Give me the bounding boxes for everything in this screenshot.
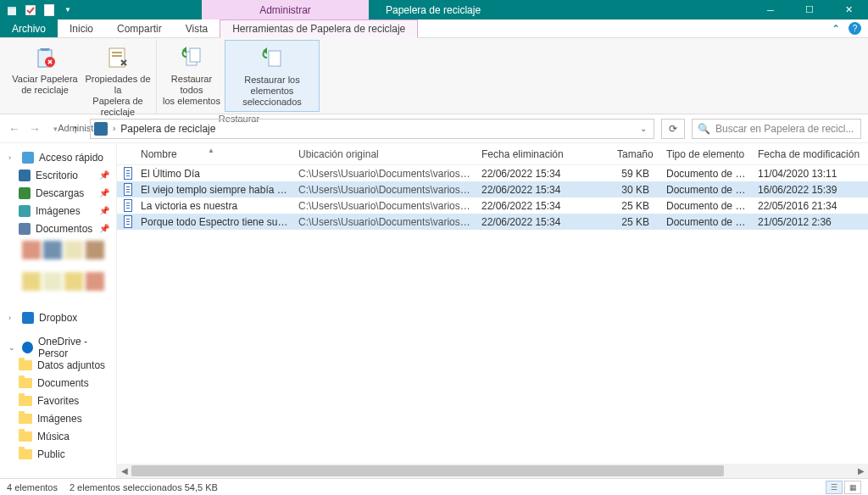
window-controls: ─ ☐ ✕: [751, 0, 868, 19]
column-headers: ▲ Nombre Ubicación original Fecha elimin…: [117, 143, 868, 165]
scroll-thumb[interactable]: [131, 465, 724, 476]
sidebar-item-label: Imágenes: [36, 205, 81, 217]
status-item-count: 4 elementos: [7, 482, 58, 492]
scroll-left-button[interactable]: ◀: [117, 466, 131, 476]
ribbon-group-admin: Vaciar Papelera de reciclaje Propiedades…: [7, 40, 157, 114]
sidebar-item-label: Favorites: [37, 395, 79, 407]
cell-date-deleted: 22/06/2022 15:34: [473, 184, 609, 196]
page-icon[interactable]: [42, 3, 56, 17]
restore-all-icon: [178, 43, 205, 70]
help-icon[interactable]: ?: [849, 22, 861, 35]
sidebar-item-label: Documents: [37, 377, 89, 389]
restore-all-button[interactable]: Restaurar todos los elementos: [159, 40, 225, 112]
svg-rect-11: [269, 51, 281, 66]
sidebar-item-desktop[interactable]: Escritorio 📌: [0, 166, 116, 184]
sidebar-item-music[interactable]: Música: [0, 427, 116, 445]
sidebar-item-pictures[interactable]: Imágenes 📌: [0, 202, 116, 220]
svg-rect-10: [190, 48, 200, 62]
sidebar-item-documents[interactable]: Documentos 📌: [0, 220, 116, 237]
sort-ascending-icon: ▲: [208, 147, 214, 154]
sidebar-item-downloads[interactable]: Descargas 📌: [0, 184, 116, 202]
empty-recycle-bin-button[interactable]: Vaciar Papelera de reciclaje: [8, 40, 81, 121]
scroll-right-button[interactable]: ▶: [854, 466, 868, 476]
nav-arrows: ← → ▾ ↑: [7, 122, 83, 136]
chevron-right-icon[interactable]: ›: [8, 314, 17, 322]
table-row[interactable]: La victoria es nuestraC:\Users\Usuario\D…: [117, 197, 868, 214]
forward-button[interactable]: →: [27, 122, 42, 136]
properties-icon: [104, 43, 131, 70]
cell-name: Porque todo Espectro tiene su cora...: [132, 216, 290, 228]
file-list[interactable]: ▲ Nombre Ubicación original Fecha elimin…: [117, 143, 868, 478]
column-header-original-location[interactable]: Ubicación original: [290, 148, 473, 160]
sidebar-item-favorites[interactable]: Favorites: [0, 392, 116, 409]
cell-type: Documento de Mi...: [658, 168, 749, 180]
column-header-modified[interactable]: Fecha de modificación: [749, 148, 868, 160]
restore-selected-icon: [259, 44, 286, 71]
sidebar-item-dropbox[interactable]: › Dropbox: [0, 309, 116, 326]
maximize-button[interactable]: ☐: [790, 0, 829, 19]
chevron-down-icon[interactable]: ⌄: [8, 343, 17, 352]
sidebar-item-quick-access[interactable]: › Acceso rápido: [0, 148, 116, 166]
tab-home[interactable]: Inicio: [58, 19, 105, 37]
tab-file[interactable]: Archivo: [0, 19, 58, 37]
chevron-right-icon[interactable]: ›: [8, 153, 17, 162]
column-header-name[interactable]: ▲ Nombre: [132, 148, 290, 160]
recent-locations-icon[interactable]: ▾: [47, 125, 63, 133]
scroll-track[interactable]: [131, 464, 854, 478]
back-button[interactable]: ←: [7, 122, 22, 136]
thumbnails-view-button[interactable]: ▦: [844, 481, 861, 494]
minimize-button[interactable]: ─: [751, 0, 790, 19]
search-placeholder: Buscar en Papelera de recicl...: [715, 123, 854, 135]
ribbon-label: Restaurar los elementos seleccionados: [227, 75, 317, 108]
breadcrumb-location[interactable]: Papelera de reciclaje: [120, 123, 215, 135]
horizontal-scrollbar[interactable]: ◀ ▶: [117, 464, 868, 478]
ribbon-label: Restaurar todos los elementos: [160, 74, 223, 107]
pin-icon: 📌: [99, 188, 109, 197]
column-header-size[interactable]: Tamaño: [609, 148, 658, 160]
document-icon: [117, 199, 132, 212]
sidebar-item-attachments[interactable]: Datos adjuntos: [0, 356, 116, 374]
sidebar-item-documents-2[interactable]: Documents: [0, 374, 116, 392]
details-view-button[interactable]: ☰: [826, 481, 843, 494]
file-rows: El Último DíaC:\Users\Usuario\Documents\…: [117, 165, 868, 230]
document-icon: [117, 167, 132, 180]
collapse-ribbon-icon[interactable]: ⌃: [832, 23, 840, 35]
close-button[interactable]: ✕: [829, 0, 868, 19]
ribbon-tabs: Archivo Inicio Compartir Vista Herramien…: [0, 19, 868, 38]
svg-rect-2: [25, 5, 36, 15]
search-input[interactable]: 🔍 Buscar en Papelera de recicl...: [692, 119, 861, 139]
tab-share[interactable]: Compartir: [105, 19, 174, 37]
sidebar-item-label: Música: [37, 431, 70, 442]
column-header-type[interactable]: Tipo de elemento: [658, 148, 749, 160]
refresh-button[interactable]: ⟳: [661, 119, 685, 139]
restore-selected-button[interactable]: Restaurar los elementos seleccionados: [225, 40, 320, 112]
context-tab-manage[interactable]: Administrar: [202, 0, 369, 19]
empty-bin-icon: [31, 43, 58, 70]
breadcrumb-dropdown-icon[interactable]: ⌄: [640, 124, 650, 133]
navigation-pane[interactable]: › Acceso rápido Escritorio 📌 Descargas 📌…: [0, 143, 117, 478]
sidebar-item-label: Dropbox: [39, 312, 77, 324]
sidebar-item-label: Documentos: [36, 223, 92, 235]
cell-original-location: C:\Users\Usuario\Documents\varios_escr..…: [290, 200, 473, 212]
up-button[interactable]: ↑: [68, 122, 83, 136]
recycle-bin-properties-button[interactable]: Propiedades de la Papelera de reciclaje: [81, 40, 154, 121]
table-row[interactable]: El Último DíaC:\Users\Usuario\Documents\…: [117, 165, 868, 181]
sidebar-item-public[interactable]: Public: [0, 445, 116, 463]
sidebar-item-images-2[interactable]: Imágenes: [0, 409, 116, 427]
cell-original-location: C:\Users\Usuario\Documents\varios_escr..…: [290, 216, 473, 228]
tab-view[interactable]: Vista: [174, 19, 220, 37]
chevron-right-icon[interactable]: ›: [113, 124, 115, 133]
column-header-date-deleted[interactable]: Fecha eliminación: [473, 148, 609, 160]
table-row[interactable]: Porque todo Espectro tiene su cora...C:\…: [117, 214, 868, 230]
document-icon: [117, 215, 132, 228]
breadcrumb[interactable]: › Papelera de reciclaje ⌄: [90, 119, 654, 139]
qat-dropdown-icon[interactable]: ▼: [61, 3, 75, 17]
pictures-icon: [19, 205, 31, 217]
folder-icon: [19, 414, 32, 424]
checkbox-checked-icon[interactable]: [24, 3, 37, 17]
table-row[interactable]: El viejo templo siempre había esta...C:\…: [117, 181, 868, 197]
sidebar-item-onedrive[interactable]: ⌄ OneDrive - Persor: [0, 338, 116, 356]
folder-icon: [19, 396, 32, 406]
tab-recycle-tools[interactable]: Herramientas de Papelera de reciclaje: [220, 19, 418, 38]
cell-original-location: C:\Users\Usuario\Documents\varios_escr..…: [290, 184, 473, 196]
